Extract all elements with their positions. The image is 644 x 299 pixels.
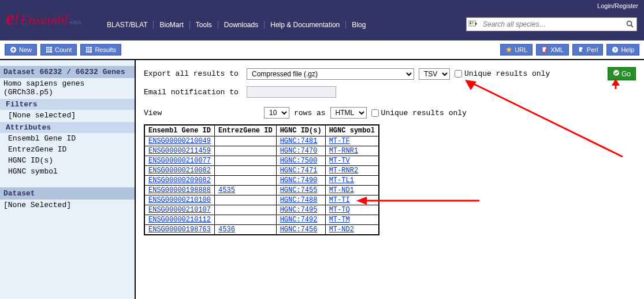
nav-blast[interactable]: BLAST/BLAT: [101, 21, 154, 29]
ensembl-link[interactable]: ENSG00000210077: [148, 157, 211, 165]
export-type-select[interactable]: TSV: [419, 68, 450, 80]
sidebar-dataset-header[interactable]: Dataset 66232 / 66232 Genes: [0, 66, 135, 78]
cell-entrez: 4536: [215, 225, 277, 235]
ensembl-link[interactable]: ENSG00000211459: [148, 147, 211, 155]
sidebar-filters-header[interactable]: Filters: [0, 99, 135, 110]
cell-entrez: [215, 215, 277, 225]
new-button[interactable]: New: [5, 44, 37, 56]
view-label: View: [144, 109, 259, 117]
view-format-select[interactable]: HTML: [330, 107, 367, 119]
hgnc-id-link[interactable]: HGNC:7492: [280, 216, 318, 224]
th-hgnc-id: HGNC ID(s): [276, 125, 325, 136]
entrez-link[interactable]: 4536: [218, 226, 235, 234]
email-label: Email notification to: [144, 88, 242, 97]
hgnc-symbol-link[interactable]: MT-TL1: [329, 176, 354, 184]
ensembl-link[interactable]: ENSG00000198763: [148, 226, 211, 234]
view-row: View 10 rows as HTML Unique results only: [144, 107, 636, 119]
view-unique-checkbox[interactable]: [371, 109, 379, 117]
svg-rect-19: [579, 47, 583, 52]
view-rows-select[interactable]: 10: [264, 107, 289, 119]
export-row: Export all results to Compressed file (.…: [144, 67, 636, 80]
hgnc-id-link[interactable]: HGNC:7456: [280, 226, 318, 234]
count-button[interactable]: Count: [40, 44, 77, 56]
logo-region-label: ASIA: [70, 20, 82, 25]
go-button[interactable]: Go: [608, 67, 636, 80]
star-icon: [505, 46, 512, 53]
ensembl-link[interactable]: ENSG00000210107: [148, 206, 211, 214]
nav-help-docs[interactable]: Help & Documentation: [265, 21, 346, 29]
email-field[interactable]: [247, 86, 336, 98]
ensembl-link[interactable]: ENSG00000210082: [148, 167, 211, 175]
hgnc-id-link[interactable]: HGNC:7470: [280, 147, 318, 155]
ensembl-link[interactable]: ENSG00000209082: [148, 176, 211, 184]
svg-rect-3: [470, 23, 471, 24]
species-select-icon[interactable]: [467, 18, 479, 31]
cell-hgnc-id: HGNC:7492: [276, 215, 325, 225]
help-button[interactable]: ? Help: [606, 44, 639, 56]
cell-hgnc-symbol: MT-TQ: [325, 205, 379, 215]
svg-line-6: [631, 25, 634, 28]
svg-rect-8: [46, 47, 52, 53]
cell-ensembl: ENSG00000198763: [144, 225, 215, 235]
hgnc-id-link[interactable]: HGNC:7488: [280, 196, 318, 204]
go-button-label: Go: [621, 70, 631, 78]
nav-tools[interactable]: Tools: [190, 21, 218, 29]
email-row: Email notification to: [144, 86, 636, 98]
unique-results-checkbox[interactable]: [455, 70, 462, 77]
sidebar-dataset2-value: [None Selected]: [0, 200, 135, 211]
hgnc-symbol-link[interactable]: MT-TM: [329, 216, 350, 224]
cell-ensembl: ENSG00000210112: [144, 215, 215, 225]
hgnc-id-link[interactable]: HGNC:7500: [280, 157, 318, 165]
sidebar-dataset2-header[interactable]: Dataset: [0, 187, 135, 200]
cell-entrez: [215, 166, 277, 176]
hgnc-id-link[interactable]: HGNC:7495: [280, 206, 318, 214]
hgnc-symbol-link[interactable]: MT-TV: [329, 157, 350, 165]
nav-biomart[interactable]: BioMart: [154, 21, 189, 29]
doc-export-icon: [578, 46, 585, 53]
hgnc-symbol-link[interactable]: MT-TF: [329, 137, 350, 145]
hgnc-symbol-link[interactable]: MT-ND1: [329, 186, 354, 194]
hgnc-symbol-link[interactable]: MT-TI: [329, 196, 350, 204]
table-header-row: Ensembl Gene ID EntrezGene ID HGNC ID(s)…: [144, 125, 379, 136]
hgnc-id-link[interactable]: HGNC:7481: [280, 137, 318, 145]
results-button-label: Results: [95, 46, 116, 53]
cell-hgnc-symbol: MT-TV: [325, 156, 379, 166]
table-row: ENSG00000209082HGNC:7490MT-TL1: [144, 176, 379, 186]
results-table: Ensembl Gene ID EntrezGene ID HGNC ID(s)…: [144, 124, 379, 235]
results-button[interactable]: Results: [80, 44, 121, 56]
table-row: ENSG00000210082HGNC:7471MT-RNR2: [144, 166, 379, 176]
ensembl-link[interactable]: ENSG00000210100: [148, 196, 211, 204]
search-input[interactable]: [479, 18, 624, 31]
perl-button-label: Perl: [587, 46, 598, 53]
export-format-select[interactable]: Compressed file (.gz): [247, 68, 414, 80]
cell-entrez: [215, 156, 277, 166]
cell-hgnc-id: HGNC:7495: [276, 205, 325, 215]
search-icon[interactable]: [624, 18, 636, 31]
cell-ensembl: ENSG00000198888: [144, 186, 215, 195]
nav-downloads[interactable]: Downloads: [218, 21, 265, 29]
nav-blog[interactable]: Blog: [346, 21, 371, 29]
login-register-link[interactable]: Login/Register: [597, 2, 638, 9]
hgnc-symbol-link[interactable]: MT-RNR1: [329, 147, 358, 155]
entrez-link[interactable]: 4535: [218, 186, 235, 194]
view-unique-label: Unique results only: [381, 109, 467, 117]
ensembl-logo[interactable]: e ! Ensembl ASIA: [6, 7, 81, 29]
ensembl-link[interactable]: ENSG00000210049: [148, 137, 211, 145]
hgnc-symbol-link[interactable]: MT-RNR2: [329, 167, 358, 175]
url-button[interactable]: URL: [500, 44, 533, 56]
hgnc-symbol-link[interactable]: MT-ND2: [329, 226, 354, 234]
doc-export-icon: [541, 46, 548, 53]
hgnc-id-link[interactable]: HGNC:7471: [280, 167, 318, 175]
logo-e-icon: e: [6, 7, 14, 29]
export-to-label: Export all results to: [144, 69, 242, 78]
hgnc-symbol-link[interactable]: MT-TQ: [329, 206, 350, 214]
hgnc-id-link[interactable]: HGNC:7455: [280, 186, 318, 194]
ensembl-link[interactable]: ENSG00000198888: [148, 186, 211, 194]
hgnc-id-link[interactable]: HGNC:7490: [280, 176, 318, 184]
xml-button[interactable]: XML: [536, 44, 569, 56]
table-row: ENSG00000210112HGNC:7492MT-TM: [144, 215, 379, 225]
ensembl-link[interactable]: ENSG00000210112: [148, 216, 211, 224]
perl-button[interactable]: Perl: [572, 44, 604, 56]
sidebar-attributes-header[interactable]: Attributes: [0, 122, 135, 133]
cell-ensembl: ENSG00000211459: [144, 146, 215, 156]
